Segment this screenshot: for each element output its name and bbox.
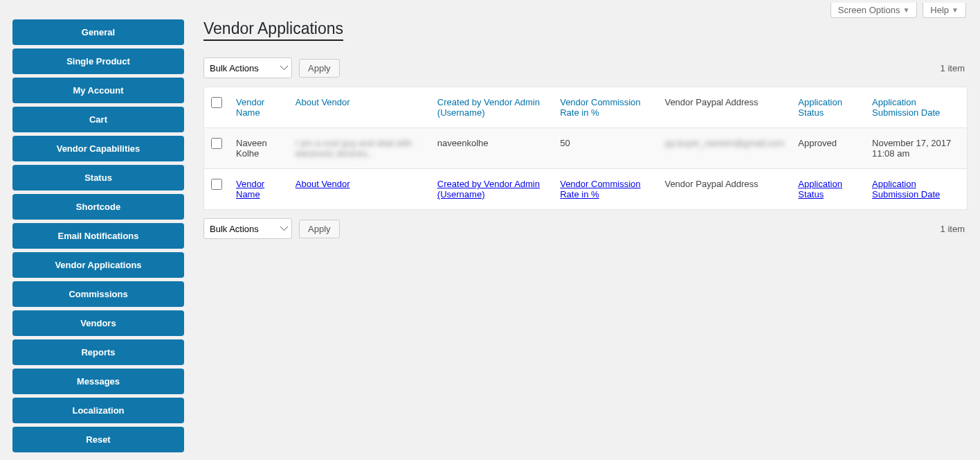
col-commission-foot[interactable]: Vendor Commission Rate in % [553, 168, 657, 209]
sidebar: General Single Product My Account Cart V… [12, 19, 184, 456]
sidebar-item-single-product[interactable]: Single Product [12, 48, 184, 74]
screen-options-label: Screen Options [838, 5, 900, 15]
apply-button-bottom[interactable]: Apply [299, 220, 340, 238]
bulk-actions-select-bottom[interactable]: Bulk Actions [203, 218, 292, 239]
sidebar-item-vendors[interactable]: Vendors [12, 310, 184, 336]
sidebar-item-vendor-applications[interactable]: Vendor Applications [12, 252, 184, 278]
table-row: Naveen Kolhe I am a cool guy and deal wi… [204, 128, 967, 168]
cell-created-by: naveenkolhe [430, 128, 553, 168]
chevron-down-icon: ▼ [902, 6, 909, 14]
screen-options-button[interactable]: Screen Options ▼ [831, 3, 918, 18]
sidebar-item-my-account[interactable]: My Account [12, 78, 184, 103]
cell-submission-date: November 17, 2017 11:08 am [865, 128, 967, 168]
col-submission-date-foot[interactable]: Application Submission Date [865, 168, 967, 209]
main-content: Vendor Applications Bulk Actions Apply 1… [203, 19, 968, 456]
col-about-vendor[interactable]: About Vendor [289, 87, 430, 128]
sidebar-item-general[interactable]: General [12, 19, 184, 45]
cell-about-vendor: I am a cool guy and deal with electronic… [289, 128, 430, 168]
bulk-actions-select-top[interactable]: Bulk Actions [203, 57, 292, 78]
col-paypal-foot: Vendor Paypal Address [657, 168, 791, 209]
col-vendor-name[interactable]: Vendor Name [229, 87, 289, 128]
select-all-checkbox-top[interactable] [211, 97, 222, 108]
col-paypal: Vendor Paypal Address [657, 87, 791, 128]
apply-button-top[interactable]: Apply [299, 59, 340, 78]
help-button[interactable]: Help ▼ [923, 3, 966, 18]
chevron-down-icon: ▼ [952, 6, 959, 14]
col-about-vendor-foot[interactable]: About Vendor [289, 168, 430, 209]
applications-table: Vendor Name About Vendor Created by Vend… [203, 87, 968, 210]
sidebar-item-cart[interactable]: Cart [12, 107, 184, 132]
sidebar-item-vendor-capabilities[interactable]: Vendor Capabilities [12, 136, 184, 161]
sidebar-item-status[interactable]: Status [12, 165, 184, 191]
col-created-by[interactable]: Created by Vendor Admin (Username) [430, 87, 553, 128]
col-status[interactable]: Application Status [791, 87, 865, 128]
col-created-by-foot[interactable]: Created by Vendor Admin (Username) [430, 168, 553, 209]
bottom-toolbar: Bulk Actions Apply 1 item [203, 218, 968, 239]
select-all-checkbox-bottom[interactable] [211, 179, 222, 190]
sidebar-item-localization[interactable]: Localization [12, 398, 184, 423]
sidebar-item-reports[interactable]: Reports [12, 339, 184, 365]
item-count-top: 1 item [941, 63, 968, 73]
sidebar-item-reset[interactable]: Reset [12, 427, 184, 452]
sidebar-item-email-notifications[interactable]: Email Notifications [12, 223, 184, 249]
page-title: Vendor Applications [203, 19, 343, 41]
cell-commission: 50 [553, 128, 657, 168]
col-submission-date[interactable]: Application Submission Date [865, 87, 967, 128]
row-checkbox[interactable] [211, 138, 222, 149]
col-status-foot[interactable]: Application Status [791, 168, 865, 209]
item-count-bottom: 1 item [941, 224, 968, 234]
help-label: Help [930, 5, 949, 15]
top-toolbar: Bulk Actions Apply 1 item [203, 57, 968, 78]
sidebar-item-messages[interactable]: Messages [12, 369, 184, 394]
col-vendor-name-foot[interactable]: Vendor Name [229, 168, 289, 209]
col-commission[interactable]: Vendor Commission Rate in % [553, 87, 657, 128]
sidebar-item-commissions[interactable]: Commissions [12, 281, 184, 307]
cell-vendor-name: Naveen Kolhe [229, 128, 289, 168]
cell-status: Approved [791, 128, 865, 168]
cell-paypal: pp.buyer_naveen@gmail.com [657, 128, 791, 168]
sidebar-item-shortcode[interactable]: Shortcode [12, 194, 184, 220]
